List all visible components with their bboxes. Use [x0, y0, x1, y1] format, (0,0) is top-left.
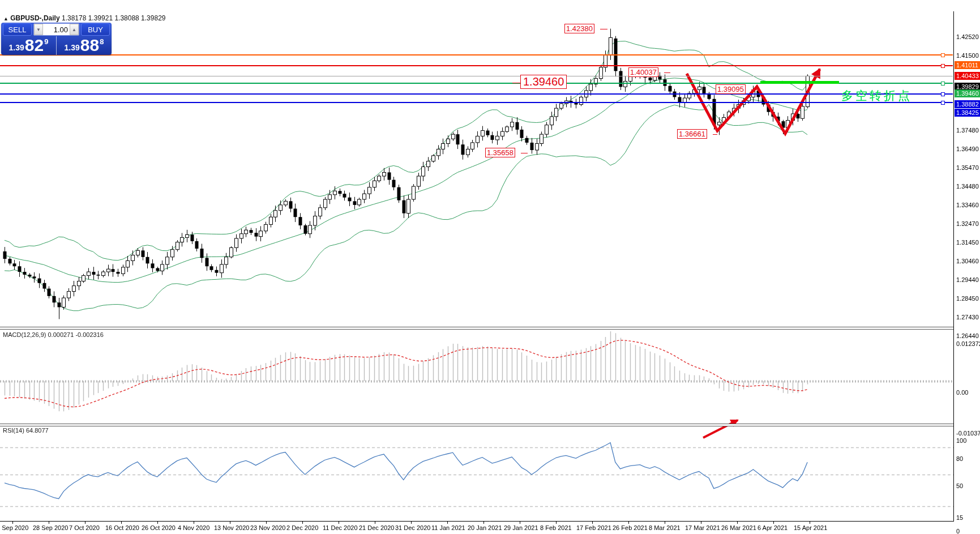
symbol-period-label: GBPUSD-,Daily: [10, 14, 59, 22]
annotation-connector: [512, 83, 520, 83]
price-axis-tick-label: 1.31450: [956, 239, 979, 246]
price-annotation-label[interactable]: 1.36661: [677, 129, 707, 139]
sell-price-sup: 9: [44, 37, 48, 46]
ohlc-values: 1.38178 1.39921 1.38088 1.39829: [62, 14, 166, 22]
date-axis-label: 7 Oct 2020: [69, 524, 100, 531]
line-anchor-handle[interactable]: [941, 82, 945, 86]
volume-decrease-button[interactable]: ▼: [34, 24, 43, 35]
volume-input[interactable]: [43, 25, 70, 35]
price-annotation-label[interactable]: 1.39460: [520, 75, 567, 89]
price-axis-tick-label: 1.42520: [956, 33, 979, 40]
date-axis-label: 17 Mar 2021: [685, 524, 720, 531]
annotation-connector: [521, 153, 528, 153]
date-axis-label: 16 Oct 2020: [105, 524, 139, 531]
date-axis-label: 6 Apr 2021: [758, 524, 788, 531]
annotation-connector: [751, 89, 757, 90]
date-axis-label: 23 Nov 2020: [250, 524, 285, 531]
sell-button[interactable]: SELL: [3, 23, 32, 36]
bid-price-line[interactable]: [0, 76, 953, 76]
date-axis-label: 8 Sep 2020: [0, 524, 28, 531]
line-anchor-handle[interactable]: [941, 101, 945, 105]
date-axis-label: 11 Jan 2021: [431, 524, 465, 531]
date-axis-label: 31 Dec 2020: [395, 524, 430, 531]
pane-separator-macd[interactable]: [0, 327, 980, 330]
price-axis-tick-label: 1.33460: [956, 202, 979, 208]
rsi-label: RSI(14) 64.8077: [3, 427, 49, 434]
date-axis-label: 28 Sep 2020: [33, 524, 68, 531]
buy-price[interactable]: 1.39 88 8: [57, 36, 112, 55]
date-axis-label: 8 Mar 2021: [649, 524, 681, 531]
rsi-axis-tick-label: 50: [956, 482, 963, 489]
price-annotation-label[interactable]: 1.42380: [564, 24, 594, 33]
date-axis-label: 26 Feb 2021: [613, 524, 648, 531]
price-axis-tick-label: 1.29440: [956, 276, 979, 283]
horizontal-line-object[interactable]: [0, 54, 953, 55]
volume-stepper: ▼ ▲: [33, 23, 79, 36]
price-axis-tick-label: 1.34480: [956, 183, 979, 190]
symbol-marker-icon: ▲: [3, 16, 8, 22]
price-axis-tick-label: 1.36490: [956, 146, 979, 152]
date-axis-label: 8 Feb 2021: [540, 524, 572, 531]
line-anchor-handle[interactable]: [941, 53, 945, 57]
chart-title: ▲ GBPUSD-,Daily 1.38178 1.39921 1.38088 …: [3, 14, 165, 22]
price-axis-tick-label: 1.26440: [956, 332, 979, 339]
line-anchor-handle[interactable]: [941, 92, 945, 96]
volume-increase-button[interactable]: ▲: [70, 24, 79, 35]
price-annotation-label[interactable]: 1.40037: [628, 67, 658, 77]
buy-price-prefix: 1.39: [65, 43, 80, 52]
price-axis-tick-label: 1.27430: [956, 314, 979, 321]
macd-label: MACD(12,26,9) 0.000271 -0.002316: [3, 331, 104, 338]
horizontal-line-object[interactable]: [0, 93, 953, 95]
price-axis-badge: 1.38882: [955, 100, 980, 108]
horizontal-line-object[interactable]: [0, 65, 953, 66]
macd-axis-tick-label: 0.012372: [956, 340, 980, 347]
rsi-axis-tick-label: 80: [956, 455, 963, 462]
thick-green-trendline[interactable]: [760, 81, 839, 84]
price-annotation-label[interactable]: 1.39095: [716, 84, 746, 94]
price-axis-tick-label: 1.30460: [956, 258, 979, 264]
horizontal-line-object[interactable]: [0, 102, 953, 103]
line-anchor-handle[interactable]: [941, 64, 945, 68]
macd-axis-tick-label: -0.010374: [956, 430, 980, 437]
date-axis-label: 20 Jan 2021: [468, 524, 502, 531]
annotation-connector: [600, 29, 607, 29]
price-axis-tick-label: 1.41500: [956, 52, 979, 59]
date-axis-label: 4 Nov 2020: [178, 524, 209, 531]
buy-button[interactable]: BUY: [81, 23, 110, 36]
price-axis-tick-label: 1.28450: [956, 295, 979, 302]
chart-canvas[interactable]: [0, 0, 980, 534]
rsi-axis-tick-label: 100: [956, 437, 966, 444]
price-annotation-label[interactable]: 1.35658: [485, 148, 515, 157]
chinese-annotation[interactable]: 多空转折点: [841, 88, 912, 104]
date-axis-label: 26 Mar 2021: [721, 524, 756, 531]
price-axis-badge: 1.40433: [955, 72, 980, 80]
sell-price[interactable]: 1.39 82 9: [1, 36, 57, 55]
price-axis-tick-label: 1.32470: [956, 220, 979, 227]
price-axis-badge: 1.41011: [955, 61, 980, 69]
price-axis-badge: 1.38425: [955, 109, 980, 117]
mt4-window: ▤◫✚新订单◆▥◉●自动交易⫼⊟∿+−⊞▸⇥✚▾◷▾▦▾↖＋│─╱∥≣AT◇▾ …: [0, 0, 980, 534]
price-axis: 1.410111.404331.398291.394601.388821.384…: [954, 11, 980, 522]
price-axis-badge: 1.39460: [955, 89, 980, 97]
date-axis-label: 13 Nov 2020: [214, 524, 249, 531]
annotation-connector: [664, 72, 670, 73]
date-axis-label: 2 Dec 2020: [286, 524, 318, 531]
date-axis-label: 26 Oct 2020: [142, 524, 176, 531]
macd-axis-tick-label: 0.00: [956, 389, 968, 396]
date-axis-label: 21 Dec 2020: [359, 524, 394, 531]
date-axis-label: 11 Dec 2020: [323, 524, 358, 531]
date-axis-label: 15 Apr 2021: [794, 524, 827, 531]
rsi-axis-tick-label: 15: [956, 514, 963, 521]
rsi-axis-tick-label: 0: [956, 528, 960, 534]
price-axis-tick-label: 1.35470: [956, 164, 979, 171]
sell-price-big: 82: [25, 36, 44, 54]
one-click-trading-panel: SELL ▼ ▲ BUY 1.39 82 9 1.39 88 8: [1, 23, 112, 55]
annotation-connector: [713, 134, 717, 135]
buy-price-big: 88: [80, 36, 99, 54]
buy-price-sup: 8: [100, 37, 104, 46]
price-axis-tick-label: 1.37480: [956, 127, 979, 134]
sell-price-prefix: 1.39: [9, 43, 24, 52]
date-axis-label: 17 Feb 2021: [576, 524, 611, 531]
date-axis-label: 29 Jan 2021: [504, 524, 538, 531]
pane-separator-rsi[interactable]: [0, 424, 980, 426]
